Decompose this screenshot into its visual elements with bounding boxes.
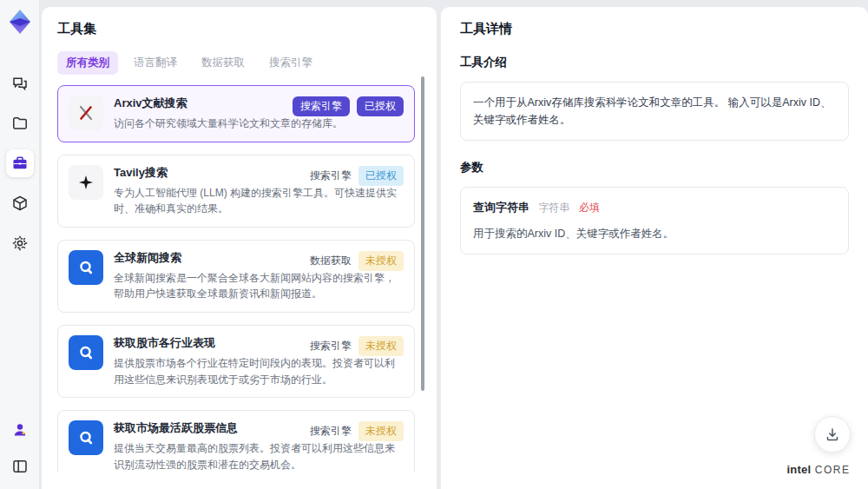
sidebar-item-packages[interactable] <box>6 189 34 217</box>
tool-card-sector-performance[interactable]: 获取股市各行业表现 提供股票市场各个行业在特定时间段内的表现。投资者可以利用这些… <box>57 325 415 398</box>
tool-cards: Arxiv文献搜索 访问各个研究领域大量科学论文和文章的存储库。 搜索引擎 已授… <box>57 85 421 472</box>
sidebar-item-collapse[interactable] <box>6 453 34 480</box>
tool-card-most-active-stocks[interactable]: 获取市场最活跃股票信息 提供当天交易量最高的股票列表。投资者可以利用这些信息来识… <box>57 410 415 472</box>
tool-card-tavily[interactable]: Tavily搜索 专为人工智能代理 (LLM) 构建的搜索引擎工具。可快速提供实… <box>57 155 415 228</box>
intro-card: 一个用于从Arxiv存储库搜索科学论文和文章的工具。 输入可以是Arxiv ID… <box>460 82 849 141</box>
left-rail <box>0 0 40 489</box>
category-label: 搜索引擎 <box>310 339 352 354</box>
tool-card-global-news[interactable]: 全球新闻搜索 全球新闻搜索是一个聚合全球各大新闻网站内容的搜索引擎，帮助用户快速… <box>57 240 415 313</box>
download-button[interactable] <box>814 416 851 453</box>
brand-intel: intel <box>787 463 812 476</box>
tab-translation[interactable]: 语言翻译 <box>125 51 186 75</box>
auth-badge: 已授权 <box>358 166 404 186</box>
tool-desc: 提供股票市场各个行业在特定时间段内的表现。投资者可以利用这些信息来识别表现优于或… <box>114 355 404 387</box>
cube-icon <box>11 195 29 212</box>
stock-logo-icon <box>69 420 103 455</box>
tool-desc: 全球新闻搜索是一个聚合全球各大新闻网站内容的搜索引擎，帮助用户快速获取全球最新资… <box>114 270 404 302</box>
auth-badge: 已授权 <box>357 96 404 116</box>
tavily-logo-icon <box>69 165 103 200</box>
detail-title: 工具详情 <box>460 21 849 37</box>
intro-heading: 工具介绍 <box>460 55 849 70</box>
category-tabs: 所有类别 语言翻译 数据获取 搜索引擎 <box>57 51 421 75</box>
sidebar-item-files[interactable] <box>6 109 34 137</box>
stock-logo-icon <box>69 335 103 370</box>
intel-core-logo: intel core <box>781 461 856 477</box>
tool-card-arxiv[interactable]: Arxiv文献搜索 访问各个研究领域大量科学论文和文章的存储库。 搜索引擎 已授… <box>57 85 415 142</box>
tool-detail-panel: 工具详情 工具介绍 一个用于从Arxiv存储库搜索科学论文和文章的工具。 输入可… <box>441 7 868 489</box>
rail-bottom <box>6 416 34 480</box>
brand-core: core <box>815 464 851 476</box>
tab-all-categories[interactable]: 所有类别 <box>57 51 118 75</box>
auth-badge: 未授权 <box>358 336 404 356</box>
arxiv-logo-icon <box>69 96 103 130</box>
chat-icon <box>11 75 29 92</box>
page-title: 工具集 <box>57 21 421 37</box>
briefcase-icon <box>11 155 29 172</box>
params-heading: 参数 <box>460 160 849 175</box>
news-search-logo-icon <box>69 250 103 285</box>
tool-desc: 访问各个研究领域大量科学论文和文章的存储库。 <box>114 116 404 132</box>
tool-desc: 专为人工智能代理 (LLM) 构建的搜索引擎工具。可快速提供实时、准确和真实的结… <box>114 185 404 217</box>
category-label: 搜索引擎 <box>310 169 352 183</box>
sidebar-item-tools[interactable] <box>6 149 34 177</box>
category-badge: 搜索引擎 <box>293 96 350 116</box>
gear-icon <box>11 235 29 252</box>
sidebar-item-account[interactable] <box>6 416 34 444</box>
user-icon <box>11 421 29 439</box>
sidebar-item-settings[interactable] <box>6 229 34 257</box>
sidebar-item-chat[interactable] <box>6 69 34 97</box>
tool-desc: 提供当天交易量最高的股票列表。投资者可以利用这些信息来识别流动性强的股票和潜在的… <box>114 440 404 472</box>
intro-text: 一个用于从Arxiv存储库搜索科学论文和文章的工具。 输入可以是Arxiv ID… <box>473 96 832 126</box>
param-type: 字符串 <box>538 202 569 214</box>
auth-badge: 未授权 <box>358 421 404 441</box>
rail-nav <box>6 69 34 257</box>
folder-icon <box>11 115 29 132</box>
category-label: 数据获取 <box>310 254 352 268</box>
tool-list-panel: 工具集 所有类别 语言翻译 数据获取 搜索引擎 Arxiv文献搜索 访问各个研究… <box>42 7 437 489</box>
auth-badge: 未授权 <box>358 251 404 271</box>
app-logo-icon <box>7 9 33 35</box>
param-required-badge: 必填 <box>579 202 600 214</box>
param-name: 查询字符串 <box>473 201 529 214</box>
param-card: 查询字符串 字符串 必填 用于搜索的Arxiv ID、关键字或作者姓名。 <box>460 187 849 254</box>
list-scrollbar-thumb[interactable] <box>421 76 424 391</box>
download-icon <box>825 426 840 442</box>
param-desc: 用于搜索的Arxiv ID、关键字或作者姓名。 <box>473 225 836 242</box>
tab-search-engine[interactable]: 搜索引擎 <box>260 51 321 75</box>
panel-icon <box>11 458 29 475</box>
category-label: 搜索引擎 <box>310 424 352 439</box>
tab-data-fetch[interactable]: 数据获取 <box>193 51 253 75</box>
